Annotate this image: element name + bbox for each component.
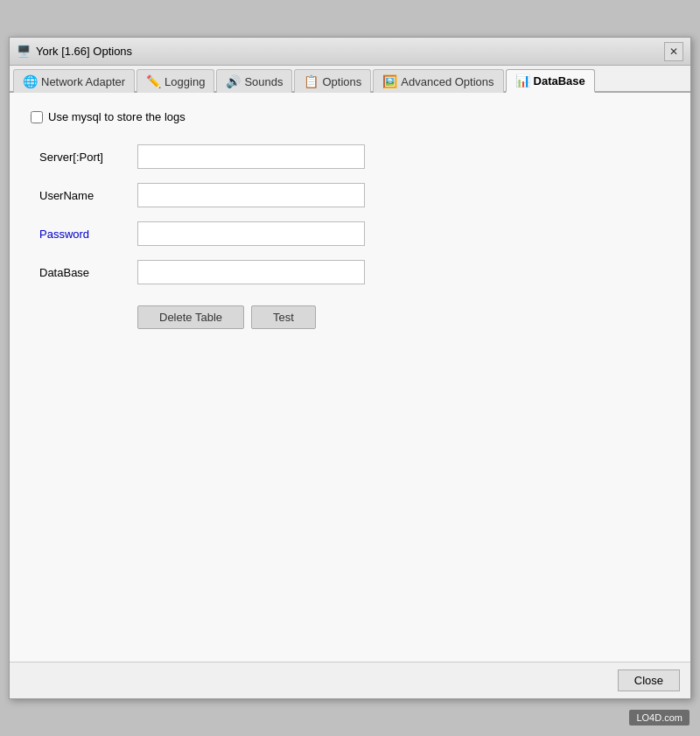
sounds-icon: 🔊 — [226, 74, 241, 88]
mysql-checkbox-row: Use mysql to store the logs — [31, 110, 669, 123]
username-label: UserName — [39, 189, 127, 202]
window-title: York [1.66] Options — [36, 45, 132, 58]
database-input[interactable] — [137, 260, 365, 284]
tab-database[interactable]: 📊 DataBase — [506, 69, 595, 93]
advanced-options-icon: 🖼️ — [382, 74, 397, 88]
logging-icon: ✏️ — [146, 74, 161, 88]
tab-sounds[interactable]: 🔊 Sounds — [216, 69, 292, 93]
title-bar-left: 🖥️ York [1.66] Options — [17, 45, 132, 59]
close-button[interactable]: Close — [618, 669, 680, 691]
window-close-button[interactable]: ✕ — [664, 42, 683, 61]
tab-bar: 🌐 Network Adapter ✏️ Logging 🔊 Sounds 📋 … — [10, 66, 690, 93]
tab-advanced-options[interactable]: 🖼️ Advanced Options — [373, 69, 503, 93]
tab-network-adapter-label: Network Adapter — [41, 75, 125, 88]
username-input[interactable] — [137, 183, 365, 207]
content-area: Use mysql to store the logs Server[:Port… — [10, 93, 690, 662]
tab-advanced-options-label: Advanced Options — [401, 75, 494, 88]
database-label: DataBase — [39, 266, 127, 279]
window-footer: Close — [10, 662, 690, 698]
database-icon: 📊 — [515, 74, 530, 88]
title-bar: 🖥️ York [1.66] Options ✕ — [10, 38, 690, 66]
tab-options-label: Options — [322, 75, 361, 88]
mysql-checkbox[interactable] — [31, 111, 43, 123]
tab-sounds-label: Sounds — [244, 75, 283, 88]
password-input[interactable] — [137, 221, 365, 246]
window-icon: 🖥️ — [17, 45, 31, 59]
password-label: Password — [39, 228, 127, 241]
server-input[interactable] — [137, 144, 365, 169]
test-button[interactable]: Test — [251, 305, 316, 329]
tab-options[interactable]: 📋 Options — [294, 69, 371, 93]
action-buttons: Delete Table Test — [137, 305, 669, 329]
mysql-checkbox-label[interactable]: Use mysql to store the logs — [48, 110, 186, 123]
network-adapter-icon: 🌐 — [23, 74, 38, 88]
username-row: UserName — [39, 183, 669, 207]
delete-table-button[interactable]: Delete Table — [137, 305, 244, 329]
server-label: Server[:Port] — [39, 151, 127, 164]
options-icon: 📋 — [304, 74, 318, 88]
main-window: 🖥️ York [1.66] Options ✕ 🌐 Network Adapt… — [9, 37, 691, 699]
tab-network-adapter[interactable]: 🌐 Network Adapter — [13, 69, 135, 93]
server-row: Server[:Port] — [39, 144, 669, 169]
tab-database-label: DataBase — [534, 74, 585, 88]
watermark: LO4D.com — [629, 710, 690, 725]
database-row: DataBase — [39, 260, 669, 284]
password-row: Password — [39, 221, 669, 246]
tab-logging-label: Logging — [164, 75, 205, 88]
form-section: Server[:Port] UserName Password DataBase… — [39, 144, 669, 329]
tab-logging[interactable]: ✏️ Logging — [136, 69, 214, 93]
